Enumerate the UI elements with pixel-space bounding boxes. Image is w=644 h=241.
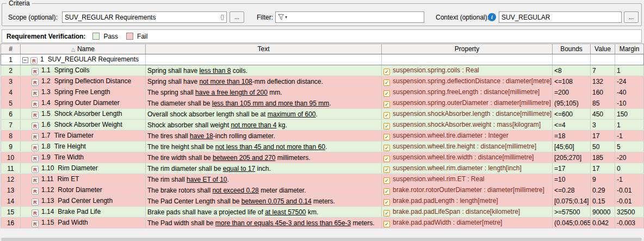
- margin-cell[interactable]: 1: [615, 65, 644, 76]
- name-cell[interactable]: R1.9Tire Width: [21, 152, 146, 163]
- name-cell[interactable]: R1.1Spring Coils: [21, 65, 146, 76]
- row-number-cell[interactable]: 3: [1, 76, 21, 87]
- row-number-cell[interactable]: 1: [1, 54, 21, 65]
- scope-browse-button[interactable]: ...: [230, 11, 244, 23]
- scope-input[interactable]: [65, 14, 219, 21]
- property-cell[interactable]: ✓suspension.wheel.rim.diameter : length[…: [382, 163, 553, 174]
- property-cell[interactable]: [382, 54, 553, 65]
- table-row[interactable]: 2R1.1Spring CoilsSpring shall have less …: [1, 65, 644, 76]
- text-cell[interactable]: Brake pads shall have a projected life o…: [146, 207, 382, 218]
- text-cell[interactable]: The tires shall have 18-inch rolling dia…: [146, 131, 382, 141]
- name-cell[interactable]: R1.4Spring Outer Diameter: [21, 98, 146, 109]
- name-cell[interactable]: R1.6Shock Absorber Weight: [21, 120, 146, 131]
- margin-cell[interactable]: [615, 54, 644, 65]
- context-input[interactable]: [501, 14, 619, 21]
- property-cell[interactable]: ✓suspension.shockAbsorber.length : dista…: [382, 109, 553, 120]
- property-cell[interactable]: ✓suspension.wheel.tire.height : distance…: [382, 141, 553, 152]
- margin-cell[interactable]: -0.01: [615, 196, 644, 207]
- name-cell[interactable]: R1.8Tire Height: [21, 141, 146, 152]
- value-cell[interactable]: 0.15: [591, 196, 615, 207]
- filter-input[interactable]: [287, 14, 422, 21]
- margin-cell[interactable]: -40: [615, 87, 644, 98]
- text-cell[interactable]: Shock absorber shall weight not more tha…: [146, 120, 382, 131]
- header-number[interactable]: #: [1, 44, 21, 54]
- value-cell[interactable]: 3: [591, 120, 615, 131]
- bounds-cell[interactable]: [45;60]: [553, 141, 591, 152]
- text-cell[interactable]: The rim diameter shall be equal to 17 in…: [146, 163, 382, 174]
- name-cell[interactable]: R1.2Spring Deflection Distance: [21, 76, 146, 87]
- row-number-cell[interactable]: 10: [1, 152, 21, 163]
- fail-checkbox[interactable]: [126, 33, 133, 40]
- table-row[interactable]: 16R1.15Pad WidthThe Pad width shall be m…: [1, 218, 644, 228]
- filter-icon[interactable]: ▾: [278, 14, 287, 20]
- property-cell[interactable]: ✓suspension.spring.outerDiameter : diame…: [382, 98, 553, 109]
- table-row[interactable]: 5R1.4Spring Outer DiameterThe diameter s…: [1, 98, 644, 109]
- margin-cell[interactable]: 1: [615, 120, 644, 131]
- header-value[interactable]: Value: [591, 44, 615, 54]
- property-cell[interactable]: ✓brake.pad.padWidth : diameter[metre]: [382, 218, 553, 228]
- margin-cell[interactable]: 32500: [615, 207, 644, 218]
- table-row[interactable]: 13R1.12Rotor DiameterThe brake rotors sh…: [1, 185, 644, 196]
- value-cell[interactable]: 50: [591, 141, 615, 152]
- text-cell[interactable]: [146, 54, 382, 65]
- table-row[interactable]: 8R1.7Tire DiameterThe tires shall have 1…: [1, 131, 644, 141]
- bounds-cell[interactable]: <=0.28: [553, 185, 591, 196]
- horizontal-scrollbar[interactable]: [0, 238, 644, 241]
- margin-cell[interactable]: 150: [615, 109, 644, 120]
- property-cell[interactable]: ✓brake.pad.padLength : length[metre]: [382, 196, 553, 207]
- table-row[interactable]: 6R1.5Shock Absorber LengthOverall shock …: [1, 109, 644, 120]
- row-number-cell[interactable]: 4: [1, 87, 21, 98]
- margin-cell[interactable]: -0.003: [615, 218, 644, 228]
- row-number-cell[interactable]: 11: [1, 163, 21, 174]
- margin-cell[interactable]: -1: [615, 131, 644, 141]
- value-cell[interactable]: 85: [591, 98, 615, 109]
- property-cell[interactable]: ✓suspension.wheel.rim.ET : Real: [382, 174, 553, 185]
- bounds-cell[interactable]: [0.075;0.14]: [553, 196, 591, 207]
- table-row[interactable]: 14R1.13Pad Center LengthThe Pad Center L…: [1, 196, 644, 207]
- value-cell[interactable]: 132: [591, 76, 615, 87]
- property-cell[interactable]: ✓brake.pad.padLifeSpan : distance[kilome…: [382, 207, 553, 218]
- bounds-cell[interactable]: =200: [553, 87, 591, 98]
- header-name[interactable]: △Name: [21, 44, 146, 54]
- name-cell[interactable]: R1.10Rim Diameter: [21, 163, 146, 174]
- bounds-cell[interactable]: <=4: [553, 120, 591, 131]
- row-number-cell[interactable]: 15: [1, 207, 21, 218]
- bounds-cell[interactable]: =17: [553, 163, 591, 174]
- name-cell[interactable]: R1.14Brake Pad Life: [21, 207, 146, 218]
- margin-cell[interactable]: -10: [615, 98, 644, 109]
- name-cell[interactable]: −R1SUV_REGULAR Requirements: [21, 54, 146, 65]
- table-row[interactable]: 7R1.6Shock Absorber WeightShock absorber…: [1, 120, 644, 131]
- row-number-cell[interactable]: 9: [1, 141, 21, 152]
- margin-cell[interactable]: -24: [615, 76, 644, 87]
- bounds-cell[interactable]: =10: [553, 174, 591, 185]
- bounds-cell[interactable]: <8: [553, 65, 591, 76]
- margin-cell[interactable]: -20: [615, 152, 644, 163]
- name-cell[interactable]: R1.12Rotor Diameter: [21, 185, 146, 196]
- property-cell[interactable]: ✓suspension.spring.deflectionDistance : …: [382, 76, 553, 87]
- value-cell[interactable]: 17: [591, 163, 615, 174]
- horizontal-scrollbar-thumb[interactable]: [1, 238, 642, 241]
- row-number-cell[interactable]: 8: [1, 131, 21, 141]
- row-number-cell[interactable]: 2: [1, 65, 21, 76]
- table-row[interactable]: 10R1.9Tire WidthThe tire width shall be …: [1, 152, 644, 163]
- margin-cell[interactable]: -1: [615, 174, 644, 185]
- margin-cell[interactable]: 5: [615, 141, 644, 152]
- bounds-cell[interactable]: <=600: [553, 109, 591, 120]
- info-icon[interactable]: i: [488, 13, 496, 21]
- property-cell[interactable]: ✓suspension.wheel.tire.diameter : Intege…: [382, 131, 553, 141]
- text-cell[interactable]: The Pad Center Length shall be between 0…: [146, 196, 382, 207]
- collapse-icon[interactable]: −: [22, 57, 28, 63]
- property-cell[interactable]: ✓suspension.spring.freeLength : distance…: [382, 87, 553, 98]
- table-row[interactable]: 1−R1SUV_REGULAR Requirements: [1, 54, 644, 65]
- value-cell[interactable]: 160: [591, 87, 615, 98]
- table-row[interactable]: 15R1.14Brake Pad LifeBrake pads shall ha…: [1, 207, 644, 218]
- table-row[interactable]: 11R1.10Rim DiameterThe rim diameter shal…: [1, 163, 644, 174]
- text-cell[interactable]: Spring shall have not more than 108-mm d…: [146, 76, 382, 87]
- value-cell[interactable]: 0.042: [591, 218, 615, 228]
- row-number-cell[interactable]: 13: [1, 185, 21, 196]
- context-browse-button[interactable]: ...: [624, 11, 639, 23]
- table-row[interactable]: 3R1.2Spring Deflection DistanceSpring sh…: [1, 76, 644, 87]
- text-cell[interactable]: Overall shock absorber length shall be a…: [146, 109, 382, 120]
- row-number-cell[interactable]: 5: [1, 98, 21, 109]
- header-margin[interactable]: Margin: [615, 44, 644, 54]
